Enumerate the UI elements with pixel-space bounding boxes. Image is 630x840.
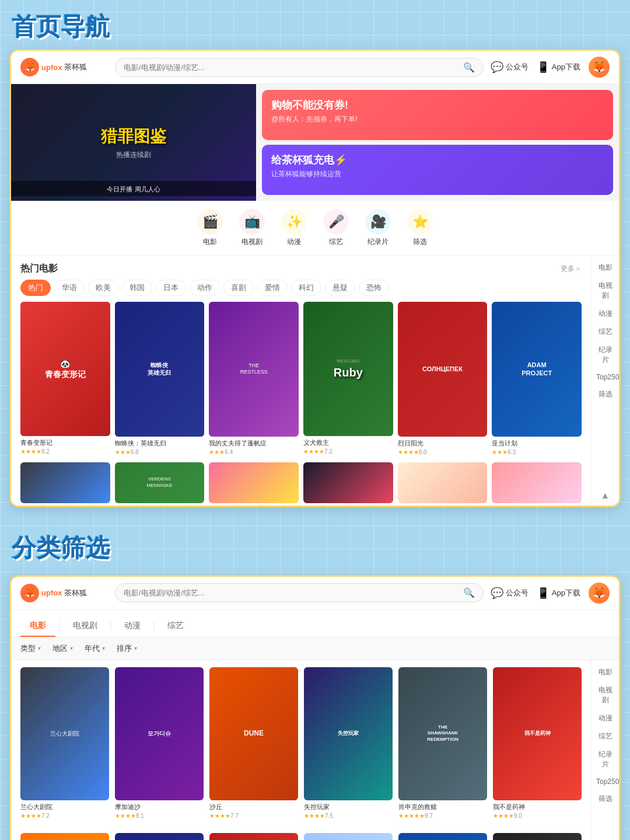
s2-movie-4[interactable]: 失控玩家 失控玩家 ★★★★7.5: [304, 667, 393, 819]
filter-tab-sci[interactable]: 科幻: [291, 280, 321, 296]
movie-card-r2-2[interactable]: VERDENSMENNIISKE: [115, 462, 205, 503]
cat-item-doc-1[interactable]: 🎥 纪录片: [365, 209, 391, 247]
app-btn-2[interactable]: 📱 App下载: [537, 587, 580, 599]
sidebar-movie-1[interactable]: 电影: [594, 260, 617, 275]
cat-label-doc: 纪录片: [368, 237, 388, 247]
s2-movie-7[interactable]: 疯狂动物城 疯狂动物城 ★★★★★9.2: [20, 833, 109, 841]
search-bar-1[interactable]: 🔍: [115, 58, 484, 77]
fox-avatar-1[interactable]: 🦊: [589, 57, 610, 78]
promo-card-purple-1[interactable]: 给茶杯狐充电⚡ 让茶杯狐能够持续运营: [262, 145, 613, 195]
movie-rating-4: ★★★★7.2: [303, 448, 393, 455]
s2-title-2: 摩加迪沙: [115, 803, 204, 811]
movie-card-r2-5[interactable]: [398, 462, 488, 503]
movie-grid-1-row2: VERDENSMENNIISKE: [11, 462, 591, 506]
filter-region-label: 地区: [52, 643, 68, 654]
movie-grid-2-row2: 疯狂动物城 疯狂动物城 ★★★★★9.2 千与千寻千と千尋 千与千寻 ★★★★★…: [11, 826, 591, 841]
stars-4: ★★★★: [303, 448, 324, 455]
sidebar-tv-2[interactable]: 电视剧: [594, 683, 617, 707]
filter-tab-hua[interactable]: 华语: [54, 280, 85, 296]
movie-rating-5: ★★★★8.0: [398, 449, 488, 455]
promo-card-pink-1[interactable]: 购物不能没有券! @所有人：先领券，再下单!: [262, 90, 613, 140]
s2-movie-8[interactable]: 千与千寻千と千尋 千与千寻 ★★★★★9.4: [115, 833, 204, 841]
s2-title-1: 兰心大剧院: [20, 803, 109, 811]
sidebar-anime-1[interactable]: 动漫: [594, 306, 617, 321]
movie-rating-2: ★★★6.8: [115, 449, 205, 455]
promo-sub-1: @所有人：先领券，再下单!: [271, 114, 604, 124]
search-icon-2[interactable]: 🔍: [463, 587, 475, 598]
sidebar-anime-2[interactable]: 动漫: [594, 711, 617, 726]
nav-tab-variety[interactable]: 综艺: [158, 616, 193, 637]
filter-tab-kr[interactable]: 韩国: [122, 280, 152, 296]
category-icons-1: 🎬 电影 📺 电视剧 ✨ 动漫 🎤 综艺 🎥 纪录片 ⭐ 筛选: [11, 201, 619, 256]
main-layout-2: 兰心大剧院 兰心大剧院 ★★★★7.2 모가디슈 摩加迪沙 ★★★★8.1: [11, 660, 619, 841]
wechat-btn-2[interactable]: 💬 公众号: [491, 587, 528, 599]
movie-card-r2-4[interactable]: [303, 462, 393, 503]
s2-movie-1[interactable]: 兰心大剧院 兰心大剧院 ★★★★7.2: [20, 667, 109, 819]
movie-card-2[interactable]: 蜘蛛侠英雄无归 蜘蛛侠：英雄无归 ★★★6.8: [115, 302, 205, 455]
movie-card-4[interactable]: RESCUED Ruby 义犬救主 ★★★★7.2: [303, 302, 393, 455]
filter-tab-comedy[interactable]: 喜剧: [223, 280, 254, 296]
sidebar-filter-2[interactable]: 筛选: [594, 792, 617, 806]
s2-movie-11[interactable]: TITANIC 泰坦尼克号 ★★★★★9.4: [398, 833, 487, 841]
filter-tab-eu[interactable]: 欧美: [88, 280, 118, 296]
s2-movie-2[interactable]: 모가디슈 摩加迪沙 ★★★★8.1: [115, 667, 204, 819]
movie-title-2: 蜘蛛侠：英雄无归: [115, 439, 205, 448]
filter-tab-horror[interactable]: 恐怖: [359, 280, 389, 296]
nav-tab-tv[interactable]: 电视剧: [64, 616, 107, 637]
wechat-btn-1[interactable]: 💬 公众号: [491, 61, 528, 74]
sidebar-tv-1[interactable]: 电视剧: [594, 278, 617, 303]
filter-genre[interactable]: 类型 ▾: [20, 643, 41, 654]
nav-tab-movie[interactable]: 电影: [20, 616, 55, 637]
movie-card-5[interactable]: СОЛНЦЕПЕК 烈日阳光 ★★★★8.0: [398, 302, 488, 455]
cat-item-filter-1[interactable]: ⭐ 筛选: [407, 209, 433, 247]
search-icon-1[interactable]: 🔍: [463, 62, 475, 73]
cat-item-movie-1[interactable]: 🎬 电影: [197, 209, 223, 247]
search-input-2[interactable]: [124, 588, 459, 597]
movie-card-1[interactable]: 🐼青春变形记 青春变形记 ★★★★8.2: [20, 302, 110, 455]
filter-sort[interactable]: 排序 ▾: [117, 643, 137, 654]
cat-item-tv-1[interactable]: 📺 电视剧: [239, 209, 265, 247]
sidebar-variety-2[interactable]: 综艺: [594, 729, 617, 744]
sidebar-top250-2[interactable]: Top250: [594, 775, 617, 788]
section-header-1: 热门电影 更多＞: [11, 256, 591, 280]
filter-tab-jp[interactable]: 日本: [156, 280, 186, 296]
cat-item-variety-1[interactable]: 🎤 综艺: [323, 209, 349, 247]
s2-movie-6[interactable]: 我不是药神 我不是药神 ★★★★9.0: [493, 667, 582, 819]
s2-movie-5[interactable]: THESHAWSHANKREDEMPTION 肖申克的救赎 ★★★★★9.7: [398, 667, 487, 819]
s2-movie-3[interactable]: DUNE 沙丘 ★★★★7.7: [209, 667, 298, 819]
movie-card-6[interactable]: ADAMPROJECT 亚当计划 ★★★6.3: [492, 302, 582, 455]
logo-area-2[interactable]: 🦊 upfox 茶杯狐: [20, 584, 108, 602]
sidebar-variety-1[interactable]: 综艺: [594, 325, 617, 339]
s2-movie-10[interactable]: 盛夏未来 盛夏未来 ★★★★7.1: [304, 833, 393, 841]
promo-sub-2: 让茶杯狐能够持续运营: [271, 169, 604, 179]
s2-movie-12[interactable]: LEONTHEPROFESSIONAL 这个杀手不太冷 ★★★★★9.4: [493, 833, 582, 841]
filter-region[interactable]: 地区 ▾: [52, 643, 73, 654]
more-btn-1[interactable]: 更多＞: [561, 264, 582, 274]
movie-card-r2-1[interactable]: [20, 462, 110, 503]
movie-card-r2-3[interactable]: [209, 462, 299, 503]
filter-tab-hot[interactable]: 热门: [20, 280, 51, 296]
fox-avatar-2[interactable]: 🦊: [589, 583, 610, 604]
sidebar-filter-1[interactable]: 筛选: [594, 387, 617, 402]
movie-rating-1: ★★★★8.2: [20, 448, 110, 455]
s2-movie-9[interactable]: 怒火·重案 怒火·重案 ★★★★7.2: [209, 833, 298, 841]
nav-tab-anime[interactable]: 动漫: [115, 616, 150, 637]
cat-item-anime-1[interactable]: ✨ 动漫: [281, 209, 307, 247]
sidebar-movie-2[interactable]: 电影: [594, 665, 617, 679]
filter-tab-sus[interactable]: 悬疑: [325, 280, 355, 296]
filter-tab-action[interactable]: 动作: [190, 280, 220, 296]
search-input-1[interactable]: [124, 63, 459, 72]
search-bar-2[interactable]: 🔍: [115, 583, 484, 602]
filter-era[interactable]: 年代 ▾: [85, 643, 105, 654]
s2-rating-5: ★★★★★9.7: [398, 813, 487, 819]
movie-card-3[interactable]: THERESTLESS 我的丈夫得了蓬帆症 ★★★6.4: [209, 302, 299, 455]
sidebar-top250-1[interactable]: Top250: [594, 371, 617, 384]
hero-image-1[interactable]: 猎罪图鉴 热播连续剧 今日开播 周几人心: [11, 84, 256, 201]
movie-card-r2-6[interactable]: [492, 462, 582, 503]
sidebar-doc-2[interactable]: 纪录片: [594, 747, 617, 772]
sidebar-up-1[interactable]: ▲: [601, 490, 610, 501]
logo-area-1[interactable]: 🦊 upfox 茶杯狐: [20, 58, 108, 76]
sidebar-doc-1[interactable]: 纪录片: [594, 343, 617, 367]
app-btn-1[interactable]: 📱 App下载: [537, 61, 580, 74]
filter-tab-romance[interactable]: 爱情: [257, 280, 288, 296]
